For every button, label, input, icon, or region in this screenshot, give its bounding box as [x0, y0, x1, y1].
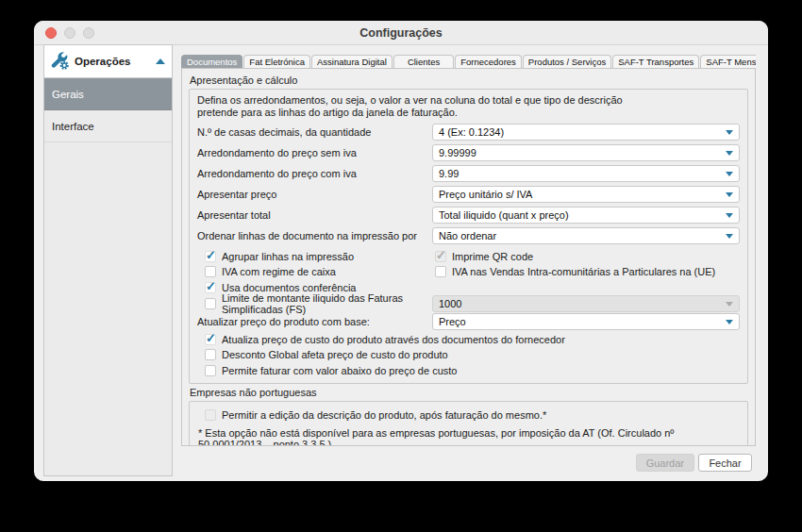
permitir-edicao-label: Permitir a edição da descrição do produt…	[222, 409, 546, 421]
limite-fs-checkbox[interactable]	[205, 298, 216, 309]
section-title-empresas: Empresas não portuguesas	[190, 387, 748, 398]
agrupar-linhas-checkbox[interactable]	[205, 251, 216, 262]
sidebar-item-gerais[interactable]: Gerais	[44, 78, 172, 110]
minimize-window-icon[interactable]	[64, 27, 75, 39]
iva-vendas-ue-checkbox[interactable]	[435, 266, 446, 277]
atualiza-preco-custo-checkbox[interactable]	[205, 334, 216, 345]
settings-window: Configurações Operações Gerais Interface…	[34, 21, 768, 481]
iva-regime-caixa-checkbox[interactable]	[205, 266, 216, 277]
row-apresentar-preco: Apresentar preço Preço unitário s/ IVA	[197, 184, 740, 205]
apresentar-preco-label: Apresentar preço	[197, 189, 432, 200]
wrench-gear-icon	[51, 52, 70, 71]
row-arredondamento-sem-iva: Arredondamento do preço sem iva 9.99999	[197, 142, 740, 163]
imprime-qr-checkbox	[435, 251, 446, 262]
tab-content-panel: Apresentação e cálculo Defina os arredon…	[181, 68, 756, 446]
usa-documentos-conferencia-checkbox[interactable]	[205, 282, 216, 293]
zoom-window-icon[interactable]	[83, 27, 94, 39]
permite-faturar-label: Permite faturar com valor abaixo do preç…	[222, 365, 457, 376]
close-button[interactable]: Fechar	[698, 454, 752, 472]
row-apresentar-total: Apresentar total Total iliquido (quant x…	[197, 205, 740, 225]
ordenar-linhas-label: Ordenar linhas de documento na impressão…	[197, 230, 432, 241]
agrupar-linhas-label: Agrupar linhas na impressão	[222, 251, 354, 262]
empresas-note: * Esta opção não está disponível para as…	[197, 427, 740, 446]
tab-documentos[interactable]: Documentos	[181, 55, 242, 69]
tab-fornecedores[interactable]: Fornecedores	[455, 55, 522, 69]
footer-buttons: Guardar Fechar	[636, 454, 752, 472]
section-title-apresentacao: Apresentação e cálculo	[190, 75, 748, 86]
save-button: Guardar	[636, 454, 694, 472]
permite-faturar-checkbox[interactable]	[205, 365, 216, 376]
imprime-qr-label: Imprime QR code	[452, 251, 533, 262]
row-ordenar-linhas: Ordenar linhas de documento na impressão…	[197, 225, 740, 246]
casas-decimais-label: N.º de casas decimais, da quantidade	[197, 126, 432, 138]
sidebar: Operações Gerais Interface	[43, 44, 173, 476]
apresentar-total-dropdown[interactable]: Total iliquido (quant x preço)	[432, 207, 740, 224]
atualizar-preco-dropdown[interactable]: Preço	[432, 313, 740, 330]
iva-vendas-ue-label: IVA nas Vendas Intra-comunitárias a Part…	[452, 266, 715, 277]
checkbox-row-5: Desconto Global afeta preço de custo do …	[197, 346, 740, 362]
description-line-2: pretende para as linhas do artigo da jan…	[197, 107, 740, 119]
iva-regime-caixa-label: IVA com regime de caixa	[222, 266, 336, 277]
desconto-global-label: Desconto Global afeta preço de custo do …	[222, 349, 448, 360]
arredondamento-sem-iva-dropdown[interactable]: 9.99999	[432, 144, 740, 161]
groupbox-empresas: Permitir a edição da descrição do produt…	[189, 401, 748, 446]
window-title: Configurações	[359, 26, 443, 40]
limite-fs-value-field: 1000	[432, 295, 740, 312]
desconto-global-checkbox[interactable]	[205, 349, 216, 360]
apresentar-total-label: Apresentar total	[197, 209, 432, 221]
ordenar-linhas-dropdown[interactable]: Não ordenar	[432, 227, 740, 244]
permitir-edicao-checkbox	[205, 409, 216, 421]
checkbox-row-2: IVA com regime de caixa IVA nas Vendas I…	[197, 263, 740, 279]
groupbox-apresentacao: Defina os arredondamentos, ou seja, o va…	[189, 89, 748, 384]
arredondamento-com-iva-label: Arredondamento do preço com iva	[197, 168, 432, 179]
row-arredondamento-com-iva: Arredondamento do preço com iva 9.99	[197, 163, 740, 184]
tab-bar: Documentos Fat Eletrónica Assinatura Dig…	[181, 54, 756, 69]
sidebar-item-interface[interactable]: Interface	[44, 110, 172, 142]
tab-clientes[interactable]: Clientes	[393, 55, 454, 69]
row-permitir-edicao: Permitir a edição da descrição do produt…	[197, 407, 740, 423]
tab-saft-mensal[interactable]: SAF-T Mensal	[700, 55, 756, 69]
checkbox-row-4: Atualiza preço de custo do produto atrav…	[197, 332, 740, 346]
limite-fs-label: Limite de montante iliquido das Faturas …	[222, 292, 432, 315]
titlebar: Configurações	[34, 21, 768, 45]
row-limite-fs: Limite de montante iliquido das Faturas …	[197, 295, 740, 311]
row-casas-decimais: N.º de casas decimais, da quantidade 4 (…	[197, 122, 740, 142]
casas-decimais-dropdown[interactable]: 4 (Ex: 0.1234)	[432, 124, 740, 141]
arredondamento-com-iva-dropdown[interactable]: 9.99	[432, 165, 740, 182]
traffic-lights	[45, 27, 94, 39]
description-line-1: Defina os arredondamentos, ou seja, o va…	[197, 94, 740, 107]
collapse-group-icon[interactable]	[156, 58, 165, 64]
checkbox-row-6: Permite faturar com valor abaixo do preç…	[197, 362, 740, 378]
close-window-icon[interactable]	[45, 27, 57, 39]
sidebar-group-operacoes[interactable]: Operações	[44, 45, 172, 78]
atualiza-preco-custo-label: Atualiza preço de custo do produto atrav…	[222, 334, 565, 345]
tab-assinatura-digital[interactable]: Assinatura Digital	[311, 55, 393, 69]
tab-saft-transportes[interactable]: SAF-T Transportes	[612, 55, 699, 69]
tab-fat-eletronica[interactable]: Fat Eletrónica	[243, 55, 310, 69]
tab-produtos-servicos[interactable]: Produtos / Serviços	[523, 55, 611, 69]
section-description: Defina os arredondamentos, ou seja, o va…	[197, 94, 740, 119]
sidebar-group-label: Operações	[75, 56, 151, 67]
atualizar-preco-label: Atualizar preço do produto com base:	[197, 316, 432, 327]
apresentar-preco-dropdown[interactable]: Preço unitário s/ IVA	[432, 186, 740, 203]
checkbox-row-1: Agrupar linhas na impressão Imprime QR c…	[197, 249, 740, 263]
arredondamento-sem-iva-label: Arredondamento do preço sem iva	[197, 147, 432, 158]
